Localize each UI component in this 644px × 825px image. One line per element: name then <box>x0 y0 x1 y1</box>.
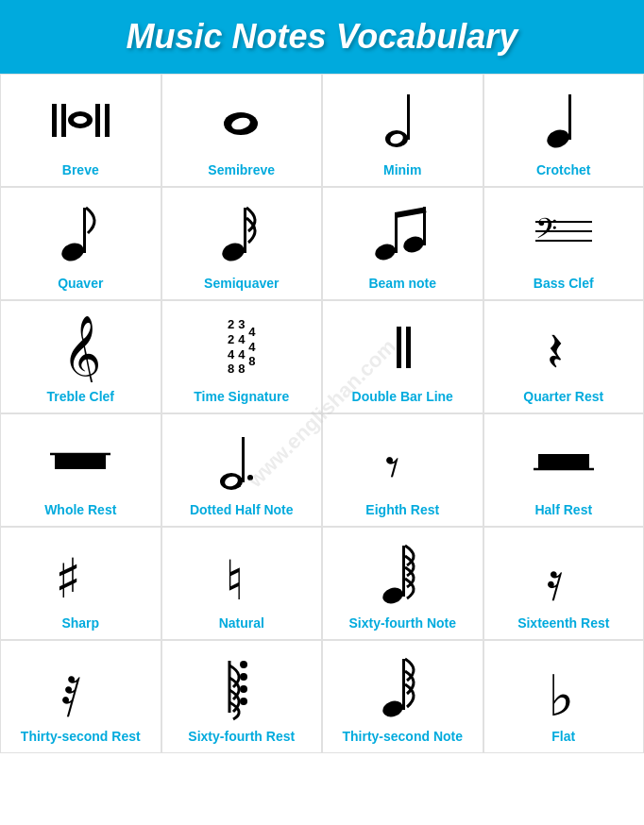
label-natural: Natural <box>219 615 264 631</box>
symbol-breve <box>50 84 111 157</box>
cell-bass-clef: 𝄢 Bass Clef <box>483 187 645 300</box>
svg-text:𝄢: 𝄢 <box>535 213 557 251</box>
svg-text:𝄞: 𝄞 <box>62 316 101 382</box>
symbol-quarter-rest: 𝄽 <box>545 311 583 383</box>
cell-sixteenth-rest: 𝄿 Sixteenth Rest <box>483 527 645 640</box>
symbol-treble-clef: 𝄞 <box>59 311 102 383</box>
label-quarter-rest: Quarter Rest <box>523 389 603 405</box>
cell-quaver: Quaver <box>0 187 161 300</box>
cell-breve: Breve <box>0 74 161 187</box>
svg-rect-1 <box>61 104 66 137</box>
symbol-sixty-fourth-note <box>381 537 424 610</box>
cell-sixty-fourth-note: Sixty-fourth Note <box>322 527 483 640</box>
label-sixteenth-rest: Sixteenth Rest <box>517 615 609 631</box>
cell-quarter-rest: 𝄽 Quarter Rest <box>483 300 645 413</box>
cell-beam-note: Beam note <box>322 187 483 300</box>
cell-eighth-rest: 𝄾 Eighth Rest <box>322 413 483 527</box>
label-sixty-fourth-rest: Sixty-fourth Rest <box>188 729 295 745</box>
svg-rect-21 <box>395 207 427 218</box>
svg-rect-34 <box>242 437 245 482</box>
header: Music Notes Vocabulary <box>0 0 644 74</box>
svg-rect-16 <box>244 208 246 253</box>
cell-sharp: ♯ Sharp <box>0 527 161 640</box>
symbol-quaver <box>59 197 102 270</box>
symbol-half-rest <box>531 424 597 497</box>
label-semiquaver: Semiquaver <box>204 276 279 292</box>
symbol-semiquaver <box>220 197 263 270</box>
label-eighth-rest: Eighth Rest <box>365 502 439 518</box>
cell-flat: ♭ Flat <box>483 640 645 753</box>
symbol-semibreve <box>215 84 267 157</box>
svg-point-3 <box>74 116 87 124</box>
label-whole-rest: Whole Rest <box>44 502 116 518</box>
svg-point-17 <box>374 242 398 263</box>
svg-rect-30 <box>55 454 106 469</box>
svg-text:𝄾: 𝄾 <box>386 457 398 478</box>
svg-rect-14 <box>83 208 86 253</box>
label-crotchet: Crotchet <box>536 162 591 178</box>
svg-rect-5 <box>105 104 110 137</box>
svg-point-47 <box>240 673 247 681</box>
cell-semibreve: Semibreve <box>161 74 323 187</box>
cell-double-bar-line: Double Bar Line <box>322 300 483 413</box>
svg-rect-4 <box>95 104 100 137</box>
label-treble-clef: Treble Clef <box>46 389 114 405</box>
svg-rect-19 <box>395 212 398 253</box>
svg-rect-42 <box>402 546 405 597</box>
svg-text:𝅀: 𝅀 <box>62 676 80 717</box>
cell-crotchet: Crotchet <box>483 74 645 187</box>
vocabulary-grid: www.englishan.com Breve Semibreve <box>0 74 644 753</box>
label-thirty-second-rest: Thirty-second Rest <box>21 729 141 745</box>
svg-text:𝄽: 𝄽 <box>550 334 562 368</box>
cell-whole-rest: Whole Rest <box>0 413 161 527</box>
symbol-bass-clef: 𝄢 <box>531 197 597 270</box>
symbol-sixty-fourth-rest <box>220 650 263 723</box>
svg-point-50 <box>381 698 405 719</box>
svg-point-35 <box>247 475 253 480</box>
label-bass-clef: Bass Clef <box>534 276 594 292</box>
cell-minim: Minim <box>322 74 483 187</box>
label-sixty-fourth-note: Sixty-fourth Note <box>348 615 456 631</box>
label-sharp: Sharp <box>61 615 99 631</box>
label-breve: Breve <box>62 162 99 178</box>
symbol-dotted-half-note <box>218 424 265 497</box>
label-quaver: Quaver <box>58 276 103 292</box>
symbol-natural: ♮ <box>223 537 261 610</box>
symbol-crotchet <box>545 84 583 157</box>
svg-rect-0 <box>52 104 57 137</box>
label-minim: Minim <box>383 162 421 178</box>
symbol-minim <box>383 84 421 157</box>
cell-half-rest: Half Rest <box>483 413 645 527</box>
svg-rect-28 <box>406 327 411 368</box>
label-time-signature: Time Signature <box>194 389 289 405</box>
svg-rect-10 <box>407 94 410 140</box>
cell-time-signature: 2248 3448 448 Time Signature <box>161 300 323 413</box>
svg-point-46 <box>240 661 247 668</box>
svg-point-15 <box>220 241 246 264</box>
symbol-flat: ♭ <box>545 650 583 723</box>
svg-rect-12 <box>568 94 571 140</box>
cell-thirty-second-rest: 𝅀 Thirty-second Rest <box>0 640 161 753</box>
svg-point-11 <box>545 127 571 151</box>
svg-text:♯: ♯ <box>55 548 81 604</box>
svg-point-18 <box>401 234 426 256</box>
label-thirty-second-note: Thirty-second Note <box>342 729 463 745</box>
cell-natural: ♮ Natural <box>161 527 323 640</box>
symbol-whole-rest <box>47 424 113 497</box>
symbol-time-signature: 2248 3448 448 <box>228 311 256 383</box>
svg-point-41 <box>381 584 405 606</box>
symbol-beam-note <box>374 197 431 270</box>
symbol-thirty-second-rest: 𝅀 <box>61 650 99 723</box>
svg-rect-51 <box>402 659 405 710</box>
cell-sixty-fourth-rest: Sixty-fourth Rest <box>161 640 323 753</box>
svg-point-13 <box>59 241 86 264</box>
label-beam-note: Beam note <box>368 276 436 292</box>
page-title: Music Notes Vocabulary <box>9 17 635 57</box>
label-flat: Flat <box>551 729 575 745</box>
cell-semiquaver: Semiquaver <box>161 187 323 300</box>
symbol-sharp: ♯ <box>55 537 107 610</box>
label-dotted-half-note: Dotted Half Note <box>190 502 294 518</box>
cell-dotted-half-note: Dotted Half Note <box>161 413 323 527</box>
svg-text:♮: ♮ <box>225 550 245 604</box>
svg-point-49 <box>240 698 247 705</box>
